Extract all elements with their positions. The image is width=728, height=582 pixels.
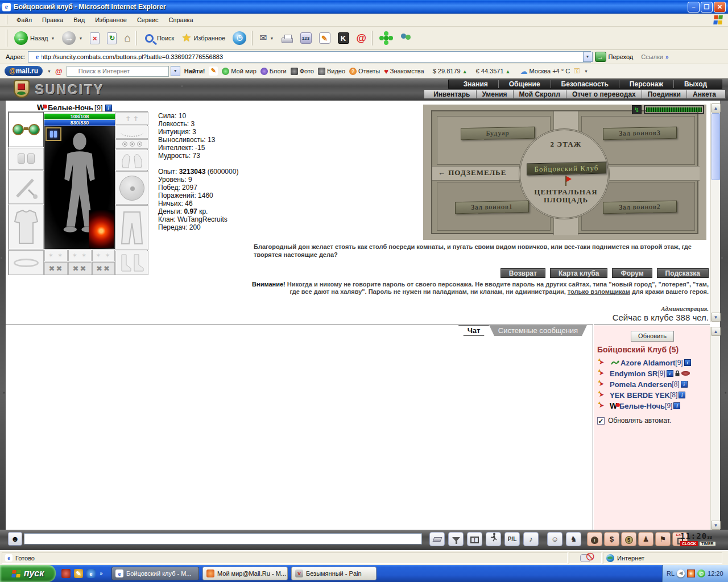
slot-necklace[interactable] [115,126,148,139]
forward-button[interactable]: →▼ [59,30,85,46]
user-name[interactable]: Azore Aldamort [621,359,675,367]
map-sound-button[interactable]: ↯ [632,105,642,114]
mailru-video-link[interactable]: Видео [318,68,345,75]
mailru-photo-link[interactable]: Фото [291,68,314,75]
quicklaunch-icon-1[interactable] [61,569,71,578]
attack-icon[interactable] [597,369,607,377]
icq-button[interactable] [377,31,396,45]
traders-button[interactable]: ♟ [638,532,653,546]
user-name[interactable]: Endymion SR [610,369,658,378]
quicklaunch-chevron[interactable]: » [98,569,105,578]
user-name[interactable]: Pomela Andersen [610,380,672,389]
slot-small-2[interactable]: ✶ ✶ [68,250,92,261]
money-info-button[interactable]: i [587,532,602,546]
address-dropdown-icon[interactable]: ▼ [583,52,593,62]
attack-icon[interactable] [597,359,607,367]
chat-messages-area[interactable] [6,325,593,530]
warning-link[interactable]: только взломщикам [568,288,630,295]
nav-umeniya[interactable]: Умения [476,90,513,98]
nav-bezopasnost[interactable]: Безопасность [551,80,619,88]
user-name[interactable]: Белые-Ночь [619,402,665,410]
menu-help[interactable]: Справка [164,15,198,25]
equipped-spiral-item[interactable] [89,210,114,248]
return-button[interactable]: Возврат [500,268,545,278]
slot-rune-2[interactable]: ✖✖ [68,262,92,275]
messenger-button[interactable] [398,31,415,45]
start-button[interactable]: пуск [0,565,56,582]
tray-agent-icon[interactable]: @ [697,569,705,577]
info-icon[interactable]: i [679,392,685,398]
print-button[interactable] [279,32,296,44]
menu-view[interactable]: Вид [69,15,89,25]
info-icon[interactable]: i [105,105,112,111]
attack-icon[interactable] [597,380,607,388]
info-icon[interactable]: i [667,370,673,377]
mailru-search-dropdown[interactable]: ▼ [171,66,180,76]
system-messages-button[interactable]: ! [467,532,482,546]
task-mailru[interactable]: Мой мир@Mail.Ru - M... [202,567,288,580]
pl-button[interactable]: P/L [504,532,520,546]
quicklaunch-icon-2[interactable]: ✎ [74,569,83,578]
slot-rune-1[interactable]: ✖✖ [44,262,68,275]
slot-shield[interactable] [115,171,148,205]
task-fight-club[interactable]: e Бойцовский клуб - М... [111,567,199,580]
slot-glasses-equipped[interactable] [9,112,44,147]
history-button[interactable]: ◷ [230,30,249,46]
search-button[interactable]: Поиск [141,32,177,45]
sound-button[interactable]: ♪ [523,532,539,546]
nav-perevody[interactable]: Отчет о переводах [566,90,642,98]
weather[interactable]: ☁Москва +4 ° C [520,67,570,76]
edit-button[interactable]: ✎ [316,31,333,45]
nav-inventar[interactable]: Инвентарь [428,90,475,98]
minimize-button[interactable]: – [688,2,700,13]
slot-weapon[interactable] [9,171,44,204]
clear-chat-button[interactable] [429,532,445,546]
nav-anketa[interactable]: Анкета [686,90,722,98]
mailru-agent-button[interactable]: @ [354,31,370,45]
knight-list-button[interactable]: ♞ [566,532,581,546]
filter-button[interactable] [448,532,464,546]
club-map-button[interactable]: Карта клуба [550,268,608,278]
tray-clock[interactable]: 12:20 [708,570,723,577]
mailru-dating-link[interactable]: ♥Знакомства [384,67,424,76]
nav-skroll[interactable]: Мой Скролл [513,90,566,98]
home-button[interactable]: ⌂ [121,31,133,45]
quicklaunch-ie-icon[interactable]: e [86,569,96,578]
slot-gloves[interactable] [115,149,148,171]
fights-button[interactable] [486,532,501,546]
nav-poedinki[interactable]: Поединки [642,90,686,98]
character-name[interactable]: Белые-Ночь [48,103,93,112]
write-icon[interactable]: ✎ [209,66,218,76]
forum-button[interactable]: Форум [612,268,652,278]
slot-boots[interactable] [115,251,148,275]
tray-chevron-icon[interactable]: ◀ [677,569,685,577]
scroll-down-icon[interactable]: ▼ [711,313,721,322]
map-room-hall2[interactable]: Зал воинов2 [603,201,677,214]
favorites-button[interactable]: ★Избранное [179,31,228,45]
slot-pants[interactable] [115,205,148,250]
map-room-hall3[interactable]: Зал воинов3 [603,127,677,140]
slot-earrings[interactable]: ✝ ✝ [115,112,148,125]
mailru-search-input[interactable] [67,66,169,77]
mail-button[interactable]: ✉▼ [257,32,276,44]
autorefresh-checkbox[interactable]: ✓ [597,417,605,425]
links-label[interactable]: Ссылки [641,53,663,60]
info-icon[interactable]: i [673,402,680,409]
chat-scrollbar[interactable]: ▲ ▼ [710,327,720,530]
coins-button[interactable]: 5 [621,532,636,546]
nav-vykhod[interactable]: Выход [673,80,717,88]
menu-favorites[interactable]: Избранное [90,15,131,25]
map-club-banner[interactable]: Бойцовский Клуб [527,162,606,176]
tab-system-messages[interactable]: Системные сообщения [489,325,587,336]
key-icon[interactable]: ⚿ [574,66,580,76]
tray-icq-icon[interactable]: ✳ [687,569,695,577]
attack-icon[interactable] [597,391,607,399]
transfer-button[interactable]: $ [604,532,619,546]
address-input[interactable] [28,51,591,63]
go-label[interactable]: Переход [609,53,634,60]
close-button[interactable]: ✕ [714,2,726,13]
chat-input[interactable] [24,533,422,544]
info-icon[interactable]: i [681,381,688,388]
back-button[interactable]: ←Назад▼ [11,30,57,46]
scrollbar-thumb[interactable] [712,113,720,180]
